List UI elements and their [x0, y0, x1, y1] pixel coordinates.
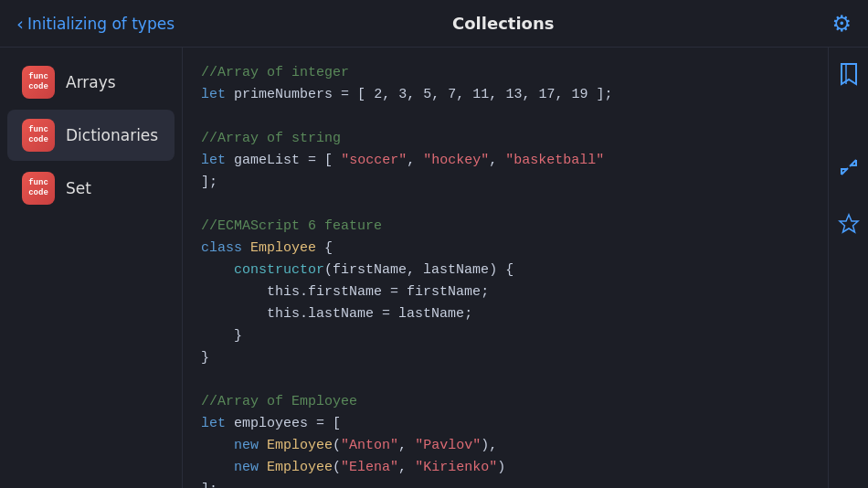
collapse-icon[interactable]: [833, 152, 864, 183]
main-content: funccode Arrays funccode Dictionaries fu…: [0, 48, 868, 488]
arrays-icon: funccode: [22, 66, 55, 99]
back-button[interactable]: ‹ Initializing of types: [16, 15, 175, 33]
sidebar-label-arrays: Arrays: [66, 73, 116, 91]
back-chevron-icon: ‹: [16, 15, 24, 33]
set-icon: funccode: [22, 172, 55, 205]
right-toolbar: [828, 48, 868, 488]
code-block: //Array of integer let primeNumbers = [ …: [201, 62, 810, 488]
sidebar-item-arrays[interactable]: funccode Arrays: [7, 57, 175, 108]
sidebar-item-set[interactable]: funccode Set: [7, 163, 175, 214]
sidebar-label-dictionaries: Dictionaries: [66, 126, 158, 144]
sidebar-label-set: Set: [66, 179, 91, 197]
sidebar-item-dictionaries[interactable]: funccode Dictionaries: [7, 110, 175, 161]
sidebar: funccode Arrays funccode Dictionaries fu…: [0, 48, 183, 488]
gear-icon[interactable]: ⚙: [831, 11, 852, 37]
bookmark-icon[interactable]: [833, 58, 864, 90]
code-editor[interactable]: //Array of integer let primeNumbers = [ …: [183, 48, 828, 488]
svg-marker-3: [840, 215, 858, 232]
header: ‹ Initializing of types Collections ⚙: [0, 0, 868, 48]
page-title: Collections: [452, 14, 554, 33]
back-label: Initializing of types: [27, 15, 175, 33]
star-icon[interactable]: [833, 208, 864, 239]
dictionaries-icon: funccode: [22, 119, 55, 152]
